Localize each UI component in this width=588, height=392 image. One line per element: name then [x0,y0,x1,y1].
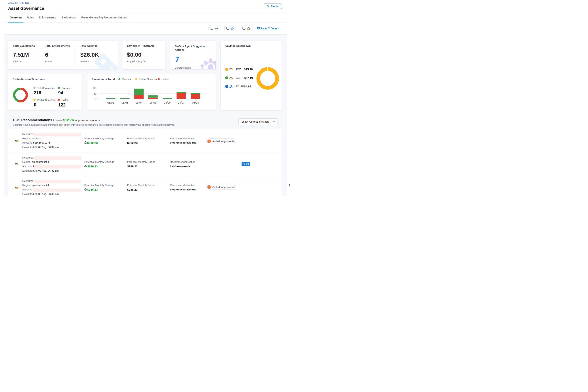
svg-text:08/08: 08/08 [192,101,199,104]
svg-text:0: 0 [95,98,96,100]
svg-text:08/02: 08/02 [107,101,114,104]
svg-text:aws: aws [14,139,18,141]
svg-text:aws: aws [230,68,232,70]
svg-text:08/05: 08/05 [150,101,156,104]
svg-text:08/06: 08/06 [164,101,170,104]
svg-text:aws: aws [215,27,218,29]
svg-text:08/07: 08/07 [178,101,184,104]
svg-text:08/03: 08/03 [122,101,128,104]
svg-text:40: 40 [93,92,96,95]
svg-text:80: 80 [93,86,96,90]
svg-text:aws: aws [14,186,18,188]
svg-text:08/04: 08/04 [136,101,142,104]
svg-text:aws: aws [14,163,18,165]
